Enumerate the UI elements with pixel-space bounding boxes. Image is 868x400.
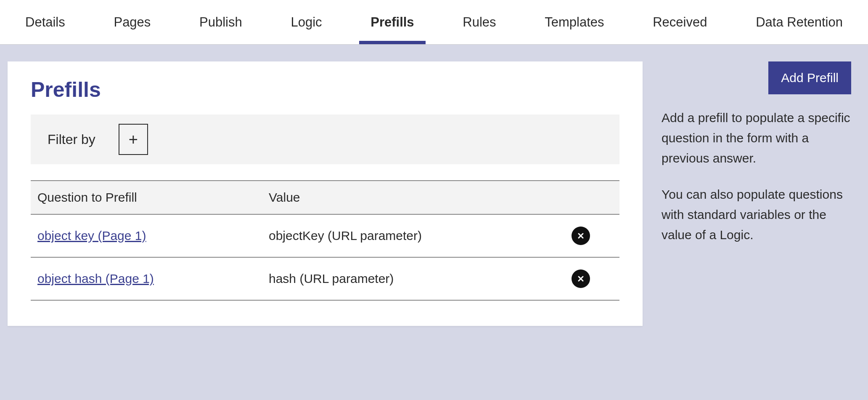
delete-prefill-button[interactable] xyxy=(572,227,590,245)
close-icon xyxy=(577,275,584,282)
tab-templates[interactable]: Templates xyxy=(542,0,606,44)
plus-icon: + xyxy=(129,131,138,149)
filter-bar: Filter by + xyxy=(31,115,619,164)
tab-details[interactable]: Details xyxy=(23,0,67,44)
filter-label: Filter by xyxy=(48,132,95,147)
help-text-1: Add a prefill to populate a specific que… xyxy=(662,108,851,168)
help-text-2: You can also populate questions with sta… xyxy=(662,184,851,245)
add-filter-button[interactable]: + xyxy=(119,124,148,155)
table-row: object key (Page 1) objectKey (URL param… xyxy=(31,214,619,257)
prefill-question-link[interactable]: object key (Page 1) xyxy=(37,229,146,243)
close-icon xyxy=(577,232,584,239)
prefills-table: Question to Prefill Value object key (Pa… xyxy=(31,180,619,301)
tab-received[interactable]: Received xyxy=(651,0,709,44)
delete-prefill-button[interactable] xyxy=(572,269,590,288)
column-header-actions xyxy=(531,181,619,214)
tab-publish[interactable]: Publish xyxy=(197,0,244,44)
tab-prefills[interactable]: Prefills xyxy=(368,0,416,44)
tab-data-retention[interactable]: Data Retention xyxy=(754,0,845,44)
page-title: Prefills xyxy=(31,77,619,102)
column-header-question: Question to Prefill xyxy=(31,181,262,214)
tab-pages[interactable]: Pages xyxy=(111,0,153,44)
prefills-panel: Prefills Filter by + Question to Prefill… xyxy=(8,61,643,326)
table-row: object hash (Page 1) hash (URL parameter… xyxy=(31,257,619,300)
top-nav: Details Pages Publish Logic Prefills Rul… xyxy=(0,0,868,45)
add-prefill-button[interactable]: Add Prefill xyxy=(768,61,851,94)
tab-logic[interactable]: Logic xyxy=(288,0,324,44)
prefill-value: hash (URL parameter) xyxy=(262,257,531,300)
prefill-value: objectKey (URL parameter) xyxy=(262,214,531,257)
side-panel: Add Prefill Add a prefill to populate a … xyxy=(643,61,868,261)
prefill-question-link[interactable]: object hash (Page 1) xyxy=(37,272,154,285)
tab-rules[interactable]: Rules xyxy=(460,0,498,44)
column-header-value: Value xyxy=(262,181,531,214)
